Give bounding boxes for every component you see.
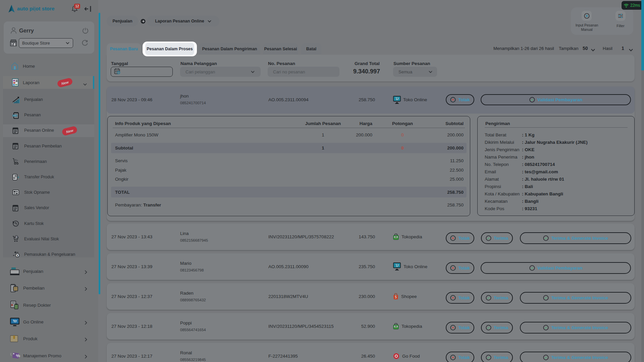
svg-text:RP: RP <box>15 236 17 238</box>
svg-text:$: $ <box>17 254 18 257</box>
svg-text:%: % <box>16 353 21 358</box>
